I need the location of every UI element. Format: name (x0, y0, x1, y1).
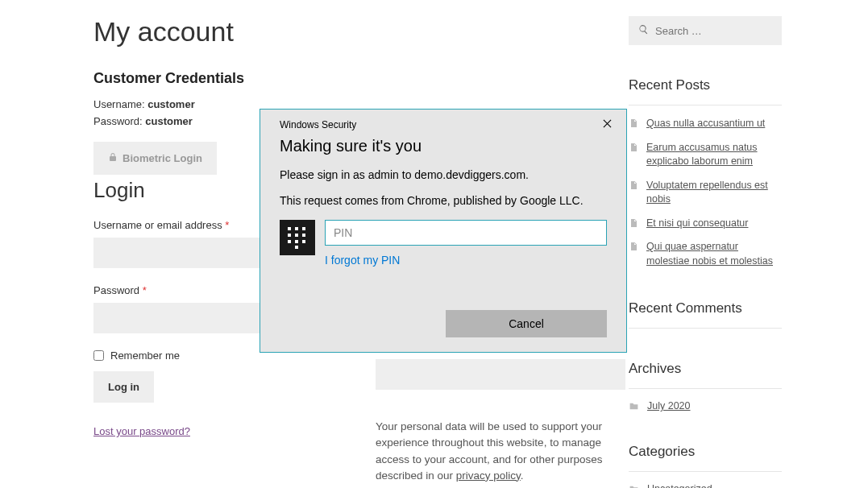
post-link[interactable]: Quas nulla accusantium ut (646, 117, 765, 131)
lost-password-link[interactable]: Lost your password? (93, 425, 190, 437)
dialog-window-title: Windows Security (280, 119, 356, 130)
categories-heading: Categories (629, 444, 782, 460)
post-link[interactable]: Et nisi qui consequatur (646, 217, 748, 231)
post-link[interactable]: Voluptatem repellendus est nobis (646, 179, 782, 207)
remember-checkbox[interactable] (93, 350, 104, 361)
document-icon (629, 241, 638, 252)
login-button[interactable]: Log in (93, 371, 154, 403)
post-link[interactable]: Qui quae aspernatur molestiae nobis et m… (646, 240, 782, 268)
privacy-policy-link[interactable]: privacy policy (456, 469, 521, 482)
biometric-login-button[interactable]: Biometric Login (93, 142, 217, 175)
pin-input[interactable] (325, 220, 607, 246)
forgot-pin-link[interactable]: I forgot my PIN (325, 254, 400, 267)
search-input[interactable] (655, 25, 772, 37)
document-icon (629, 180, 638, 191)
archive-link[interactable]: July 2020 (647, 400, 691, 411)
folder-icon (629, 484, 639, 489)
divider (629, 471, 782, 472)
divider (629, 388, 782, 389)
dialog-title: Making sure it's you (280, 137, 607, 155)
archives-widget: Archives July 2020 (629, 361, 782, 411)
document-icon (629, 118, 638, 129)
list-item: Et nisi qui consequatur (629, 217, 782, 231)
close-button[interactable] (600, 116, 615, 134)
required-asterisk: * (225, 219, 229, 231)
privacy-note: Your personal data will be used to suppo… (376, 419, 625, 484)
list-item: July 2020 (629, 400, 782, 411)
list-item: Qui quae aspernatur molestiae nobis et m… (629, 240, 782, 268)
recent-comments-widget: Recent Comments (629, 300, 782, 329)
dialog-message-1: Please sign in as admin to demo.devdigge… (280, 168, 607, 181)
folder-icon (629, 401, 639, 411)
username-label: Username: (93, 98, 145, 110)
credentials-heading: Customer Credentials (93, 70, 625, 87)
list-item: Uncategorized (629, 483, 782, 488)
divider (629, 328, 782, 329)
search-box[interactable] (629, 16, 782, 45)
categories-widget: Categories Uncategorized (629, 444, 782, 488)
pin-pad-icon (280, 220, 315, 255)
password-label: Password: (93, 115, 143, 127)
windows-security-dialog: Windows Security Making sure it's you Pl… (260, 109, 627, 353)
document-icon (629, 142, 638, 153)
username-value: customer (147, 98, 195, 110)
recent-comments-heading: Recent Comments (629, 300, 782, 316)
lock-icon (108, 151, 118, 165)
password-value: customer (145, 115, 193, 127)
page-title: My account (93, 16, 625, 48)
search-icon (638, 24, 655, 37)
biometric-label: Biometric Login (123, 152, 202, 164)
cancel-button[interactable]: Cancel (446, 310, 607, 337)
recent-posts-heading: Recent Posts (629, 77, 782, 93)
dialog-message-2: This request comes from Chrome, publishe… (280, 194, 607, 207)
list-item: Earum accusamus natus explicabo laborum … (629, 141, 782, 169)
register-input[interactable] (376, 359, 625, 390)
list-item: Quas nulla accusantium ut (629, 117, 782, 131)
document-icon (629, 217, 638, 229)
required-asterisk: * (143, 284, 147, 296)
remember-label: Remember me (110, 349, 180, 362)
archives-heading: Archives (629, 361, 782, 377)
list-item: Voluptatem repellendus est nobis (629, 179, 782, 207)
divider (629, 105, 782, 105)
post-link[interactable]: Earum accusamus natus explicabo laborum … (646, 141, 782, 169)
close-icon (603, 119, 612, 130)
recent-posts-widget: Recent Posts Quas nulla accusantium ut E… (629, 77, 782, 268)
category-link[interactable]: Uncategorized (647, 483, 712, 488)
